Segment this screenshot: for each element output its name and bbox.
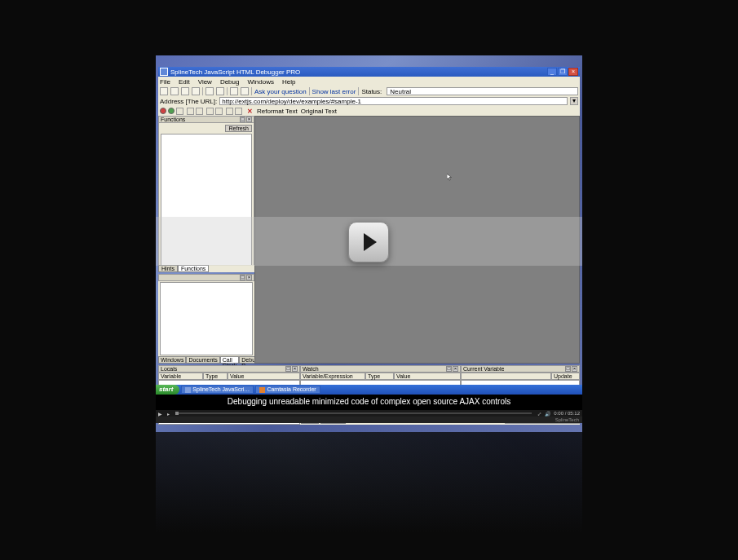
url-input[interactable]: http://extjs.com/deploy/dev/examples/#sa… — [219, 97, 568, 105]
tab-functions[interactable]: Functions — [178, 265, 209, 272]
player-play-icon[interactable]: ▶ — [156, 411, 164, 417]
locals-header[interactable]: Locals □ × — [158, 365, 300, 373]
panel-close-icon[interactable]: × — [246, 275, 252, 280]
col-var-expr[interactable]: Variable/Expression — [300, 373, 365, 380]
player-time: 0:00 / 05:12 — [551, 411, 582, 416]
taskbar-item-debugger[interactable]: SplineTech JavaScri… — [181, 386, 254, 394]
menu-edit[interactable]: Edit — [179, 78, 190, 86]
separator — [358, 87, 359, 95]
save-icon[interactable] — [181, 87, 189, 95]
window-title: SplineTech JavaScript HTML Debugger PRO — [170, 68, 546, 76]
hint-tabs: Hints Functions — [158, 265, 254, 272]
run-icon[interactable] — [168, 108, 175, 114]
step-into-icon[interactable] — [187, 108, 194, 115]
window-titlebar[interactable]: SplineTech JavaScript HTML Debugger PRO … — [158, 67, 580, 77]
start-button[interactable]: start — [156, 385, 179, 395]
minimize-button[interactable]: _ — [547, 68, 557, 76]
breakpoint-icon[interactable] — [226, 108, 233, 115]
panel-close-icon[interactable]: × — [453, 366, 458, 372]
panel-pin-icon[interactable]: □ — [285, 366, 291, 372]
cut-icon[interactable] — [216, 87, 224, 95]
continue-icon[interactable] — [215, 108, 223, 115]
col-type[interactable]: Type — [365, 373, 394, 380]
address-label: Address [The URL]: — [160, 98, 217, 105]
refresh-button[interactable]: Refresh — [225, 125, 252, 132]
menu-debug[interactable]: Debug — [220, 78, 240, 86]
play-button[interactable] — [348, 222, 389, 262]
taskbar-item-label: SplineTech JavaScri… — [192, 386, 250, 394]
separator — [251, 87, 252, 95]
reformat-text-button[interactable]: Reformat Text — [257, 108, 298, 115]
print-icon[interactable] — [192, 87, 200, 95]
tab-windows[interactable]: Windows — [158, 356, 186, 364]
player-timeline[interactable] — [175, 412, 532, 414]
mouse-cursor — [447, 174, 452, 181]
locals-title: Locals — [161, 366, 177, 372]
functions-panel-title: Functions — [161, 117, 185, 122]
taskbar: start SplineTech JavaScri… Camtasia Reco… — [156, 385, 582, 395]
menu-windows[interactable]: Windows — [247, 78, 273, 86]
address-bar: Address [The URL]: http://extjs.com/depl… — [158, 96, 580, 106]
reflection: start SplineTech JavaScri… Camtasia Reco… — [156, 432, 582, 558]
restore-button[interactable]: ❐ — [558, 68, 568, 76]
back-icon[interactable] — [230, 87, 238, 95]
menu-file[interactable]: File — [160, 78, 170, 86]
debug-toolbar: ✕ Reformat Text Original Text — [158, 106, 580, 116]
show-last-error-link[interactable]: Show last error — [312, 88, 356, 95]
video-caption: Debugging unreadable minimized code of c… — [156, 395, 582, 410]
panel-pin-icon[interactable]: □ — [240, 117, 245, 122]
app-icon — [185, 387, 191, 393]
copy-icon[interactable] — [205, 87, 214, 95]
tab-hints[interactable]: Hints — [158, 265, 178, 272]
panel-close-icon[interactable]: × — [572, 366, 577, 372]
player-next-icon[interactable]: ▸ — [164, 411, 172, 417]
menu-bar: File Edit View Debug Windows Help — [158, 77, 580, 86]
menu-help[interactable]: Help — [282, 78, 295, 86]
stack-tabs: Windows Documents Call Stack Debug P ◂ ▸ — [158, 356, 254, 364]
taskbar-item-camtasia[interactable]: Camtasia Recorder — [255, 386, 320, 394]
tab-call-stack[interactable]: Call Stack — [220, 356, 240, 364]
stack-list[interactable] — [160, 282, 253, 355]
new-icon[interactable] — [160, 87, 168, 95]
step-out-icon[interactable] — [206, 108, 214, 115]
clear-breakpoints-icon[interactable] — [235, 108, 242, 115]
panel-pin-icon[interactable]: □ — [446, 366, 452, 372]
watch-header[interactable]: Watch □ × — [300, 365, 461, 373]
menu-view[interactable]: View — [198, 78, 212, 86]
panel-close-icon[interactable]: × — [292, 366, 298, 372]
panel-pin-icon[interactable]: □ — [240, 275, 245, 280]
tab-documents[interactable]: Documents — [186, 356, 219, 364]
app-icon — [160, 68, 168, 76]
player-expand-icon[interactable]: ⤢ — [535, 411, 543, 417]
cancel-icon[interactable]: ✕ — [245, 108, 254, 115]
col-spacer — [461, 373, 551, 380]
open-icon[interactable] — [170, 87, 179, 95]
original-text-button[interactable]: Original Text — [301, 108, 337, 115]
update-button[interactable]: Update — [551, 373, 580, 380]
main-toolbar: Ask your question Show last error Status… — [158, 86, 580, 96]
timeline-handle[interactable] — [175, 412, 179, 415]
stack-panel-header[interactable]: □ × — [158, 274, 254, 281]
col-type[interactable]: Type — [203, 373, 228, 380]
functions-panel-header[interactable]: Functions □ × — [158, 116, 254, 123]
panel-close-icon[interactable]: × — [246, 117, 252, 122]
close-button[interactable]: × — [568, 68, 578, 76]
stack-panel: □ × Windows Documents Call Stack Debug P… — [158, 274, 254, 364]
col-variable[interactable]: Variable — [158, 373, 203, 380]
camtasia-icon — [259, 387, 265, 393]
taskbar-item-label: Camtasia Recorder — [267, 386, 316, 394]
current-header[interactable]: Current Variable □ × — [461, 365, 580, 373]
panel-pin-icon[interactable]: □ — [565, 366, 571, 372]
footer-right: SplineTech — [555, 417, 579, 422]
col-value[interactable]: Value — [394, 373, 461, 380]
player-footer: SplineTech — [156, 417, 582, 423]
player-volume-icon[interactable]: 🔊 — [543, 411, 551, 417]
col-value[interactable]: Value — [228, 373, 300, 380]
pause-icon[interactable] — [176, 108, 183, 115]
separator — [227, 87, 228, 95]
step-over-icon[interactable] — [196, 108, 203, 115]
forward-icon[interactable] — [241, 87, 249, 95]
stop-icon[interactable] — [160, 108, 166, 114]
url-dropdown-icon[interactable]: ▾ — [570, 97, 578, 105]
ask-question-link[interactable]: Ask your question — [254, 88, 307, 95]
